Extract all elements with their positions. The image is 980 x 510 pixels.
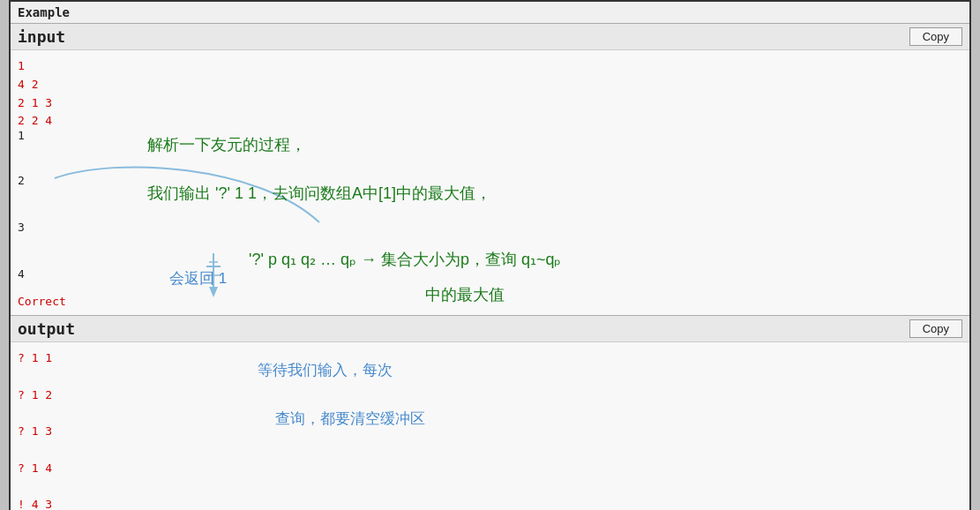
- input-copy-button[interactable]: Copy: [909, 27, 962, 46]
- hw-green-1: 解析一下友元的过程，: [147, 134, 306, 155]
- output-copy-button[interactable]: Copy: [909, 319, 962, 338]
- input-header: input Copy: [11, 24, 969, 50]
- annotation-svg: [11, 50, 969, 315]
- output-line-3: ? 1 2: [18, 386, 52, 405]
- input-line-4: 2 2 4: [18, 112, 52, 131]
- input-line-3: 2 1 3: [18, 94, 52, 113]
- correct-label: Correct: [18, 295, 66, 308]
- hw-blue-output-1: 等待我们输入，每次: [258, 360, 393, 380]
- output-code-lines: ? 1 1 ? 1 2 ? 1 3 ? 1 4 ! 4 3: [18, 349, 52, 510]
- input-section: input Copy 1 4 2 2 1 3 2 2 4 1 2 3 4 Cor…: [11, 24, 969, 316]
- hw-blue-output-2: 查询，都要清空缓冲区: [275, 409, 425, 429]
- line-numbers: 1 2 3 4: [18, 130, 25, 289]
- hw-green-2: 我们输出 '?' 1 1，去询问数组A中[1]中的最大值，: [147, 183, 491, 204]
- output-line-8: [18, 478, 52, 497]
- title-text: Example: [18, 5, 70, 19]
- window-title: Example: [11, 2, 969, 24]
- svg-marker-1: [209, 287, 218, 297]
- output-line-9: ! 4 3: [18, 496, 52, 510]
- output-line-5: ? 1 3: [18, 423, 52, 441]
- hw-green-4: 中的最大值: [425, 284, 505, 305]
- output-line-7: ? 1 4: [18, 460, 52, 478]
- hw-blue-input: 会返回 1: [169, 268, 227, 289]
- input-line-1: 1: [18, 57, 52, 76]
- output-header: output Copy: [11, 316, 969, 342]
- output-section: output Copy ? 1 1 ? 1 2 ? 1 3 ? 1 4 ! 4 …: [11, 316, 969, 510]
- output-line-1: ? 1 1: [18, 349, 52, 368]
- input-code-lines: 1 4 2 2 1 3 2 2 4: [18, 57, 52, 131]
- output-label: output: [18, 319, 75, 338]
- output-line-6: [18, 441, 52, 460]
- hw-green-3: '?' p q₁ q₂ … qₚ → 集合大小为p，查询 q₁~qₚ: [249, 249, 561, 270]
- input-label: input: [18, 27, 65, 46]
- output-content: ? 1 1 ? 1 2 ? 1 3 ? 1 4 ! 4 3 等待我们输入，每次 …: [11, 342, 969, 510]
- input-line-2: 4 2: [18, 76, 52, 94]
- output-line-4: [18, 404, 52, 423]
- input-content: 1 4 2 2 1 3 2 2 4 1 2 3 4 Correct: [11, 50, 969, 315]
- output-line-2: [18, 368, 52, 386]
- example-window: Example input Copy 1 4 2 2 1 3 2 2 4 1 2…: [9, 0, 971, 510]
